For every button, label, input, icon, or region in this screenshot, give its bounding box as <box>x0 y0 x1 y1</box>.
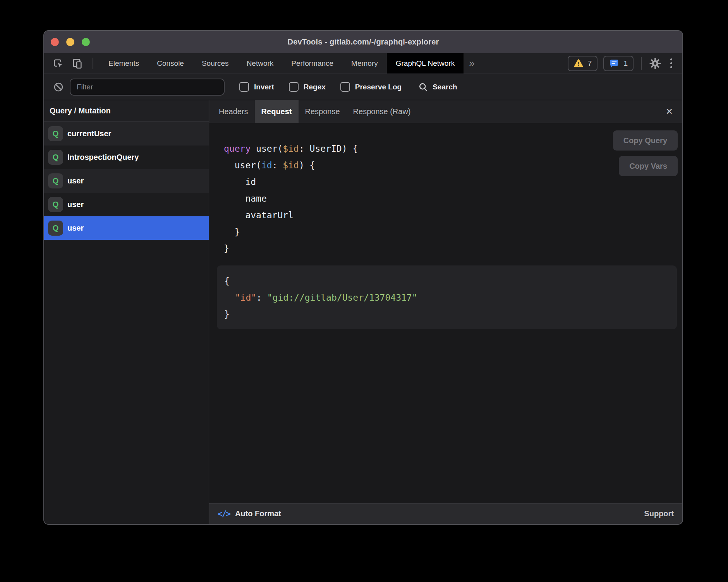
tab-performance[interactable]: Performance <box>282 53 342 74</box>
message-count: 1 <box>623 59 628 68</box>
auto-format-label: Auto Format <box>235 509 281 518</box>
tab-elements[interactable]: Elements <box>100 53 148 74</box>
code-line: id <box>224 174 682 190</box>
query-type-badge: Q <box>48 126 63 141</box>
query-type-badge: Q <box>48 197 63 212</box>
titlebar: DevTools - gitlab.com/-/graphql-explorer <box>44 31 682 53</box>
close-icon[interactable]: ✕ <box>663 106 676 118</box>
query-list-item[interactable]: QcurrentUser <box>44 122 209 146</box>
devtools-window: DevTools - gitlab.com/-/graphql-explorer… <box>43 30 683 525</box>
warning-icon <box>573 59 584 68</box>
tab-sources[interactable]: Sources <box>193 53 238 74</box>
code-line: } <box>224 240 682 257</box>
panel-tab-strip: HeadersRequestResponseResponse (Raw) <box>212 100 417 123</box>
warning-badge[interactable]: 7 <box>568 56 598 71</box>
more-options-kebab-icon[interactable] <box>667 58 675 68</box>
query-item-label: IntrospectionQuery <box>67 153 139 162</box>
minimize-window-button[interactable] <box>66 38 74 46</box>
query-list-item[interactable]: Quser <box>44 216 209 240</box>
query-item-label: user <box>67 176 84 185</box>
sidebar-header: Query / Mutation <box>44 100 209 122</box>
checkbox-preserve-log[interactable]: Preserve Log <box>340 82 402 92</box>
checkbox-invert[interactable]: Invert <box>239 82 274 92</box>
settings-gear-icon[interactable] <box>649 57 661 70</box>
checkbox-box-regex[interactable] <box>289 82 299 92</box>
checkbox-label-invert: Invert <box>254 83 274 91</box>
traffic-lights <box>51 31 90 53</box>
copy-query-button[interactable]: Copy Query <box>613 130 678 151</box>
checkbox-box-preserve-log[interactable] <box>340 82 350 92</box>
code-line: { <box>224 273 677 289</box>
support-link[interactable]: Support <box>644 509 674 518</box>
warning-count: 7 <box>588 59 592 68</box>
tab-memory[interactable]: Memory <box>342 53 387 74</box>
filter-checkbox-group: InvertRegexPreserve Log <box>225 82 402 92</box>
query-list: QcurrentUserQIntrospectionQueryQuserQuse… <box>44 122 209 240</box>
code-line: avatarUrl <box>224 207 682 224</box>
panel-tab-request[interactable]: Request <box>255 100 299 123</box>
request-panel-tabs: HeadersRequestResponseResponse (Raw) ✕ <box>209 100 682 123</box>
tab-console[interactable]: Console <box>148 53 193 74</box>
panel-footer: </> Auto Format Support <box>209 503 682 524</box>
code-brackets-icon: </> <box>218 509 230 519</box>
checkbox-label-preserve-log: Preserve Log <box>355 83 402 91</box>
panel-tab-headers[interactable]: Headers <box>212 100 255 123</box>
code-line: name <box>224 190 682 207</box>
query-item-label: user <box>67 200 84 209</box>
filter-bar: InvertRegexPreserve Log Search <box>44 74 682 100</box>
toolbar-right-group: 7 1 <box>568 53 682 74</box>
more-panels-chevron-icon[interactable]: » <box>464 53 480 74</box>
devtools-tab-strip: ElementsConsoleSourcesNetworkPerformance… <box>100 53 464 74</box>
code-line: "id": "gid://gitlab/User/13704317" <box>224 289 677 306</box>
variables-box: { "id": "gid://gitlab/User/13704317"} <box>217 265 677 329</box>
inspect-element-icon[interactable] <box>52 58 64 69</box>
devtools-toolbar: ElementsConsoleSourcesNetworkPerformance… <box>44 53 682 74</box>
search-control[interactable]: Search <box>418 82 457 92</box>
checkbox-regex[interactable]: Regex <box>289 82 326 92</box>
tab-graphql-network[interactable]: GraphQL Network <box>387 53 464 74</box>
tab-network[interactable]: Network <box>238 53 283 74</box>
device-toolbar-icon[interactable] <box>72 58 83 69</box>
query-list-item[interactable]: Quser <box>44 193 209 216</box>
main-area: Query / Mutation QcurrentUserQIntrospect… <box>44 100 682 524</box>
toolbar-separator <box>93 58 93 69</box>
query-item-label: user <box>67 224 84 233</box>
panel-tab-response[interactable]: Response <box>299 100 347 123</box>
checkbox-label-regex: Regex <box>304 83 326 91</box>
query-type-badge: Q <box>48 173 63 188</box>
filter-input[interactable] <box>70 79 225 96</box>
copy-buttons: Copy Query Copy Vars <box>613 130 678 176</box>
query-sidebar: Query / Mutation QcurrentUserQIntrospect… <box>44 100 209 524</box>
auto-format-button[interactable]: </> Auto Format <box>218 509 281 519</box>
query-type-badge: Q <box>48 221 63 236</box>
zoom-window-button[interactable] <box>82 38 90 46</box>
copy-vars-button[interactable]: Copy Vars <box>619 156 678 176</box>
request-panel: HeadersRequestResponseResponse (Raw) ✕ q… <box>209 100 682 524</box>
clear-block-icon[interactable] <box>53 82 64 92</box>
code-line: } <box>224 306 677 323</box>
query-type-badge: Q <box>48 150 63 165</box>
panel-tab-response-raw[interactable]: Response (Raw) <box>347 100 417 123</box>
search-icon <box>418 82 429 92</box>
checkbox-box-invert[interactable] <box>239 82 249 92</box>
message-badge[interactable]: 1 <box>603 56 634 71</box>
query-list-item[interactable]: QIntrospectionQuery <box>44 146 209 169</box>
window-title: DevTools - gitlab.com/-/graphql-explorer <box>287 38 439 46</box>
code-line: } <box>224 224 682 240</box>
request-content: query user($id: UserID) { user(id: $id) … <box>209 123 682 503</box>
message-icon <box>609 58 619 68</box>
toolbar-icon-group <box>44 53 83 74</box>
query-list-item[interactable]: Quser <box>44 169 209 193</box>
search-label: Search <box>433 83 457 91</box>
query-item-label: currentUser <box>67 129 111 138</box>
toolbar-right-separator <box>641 57 642 70</box>
close-window-button[interactable] <box>51 38 59 46</box>
